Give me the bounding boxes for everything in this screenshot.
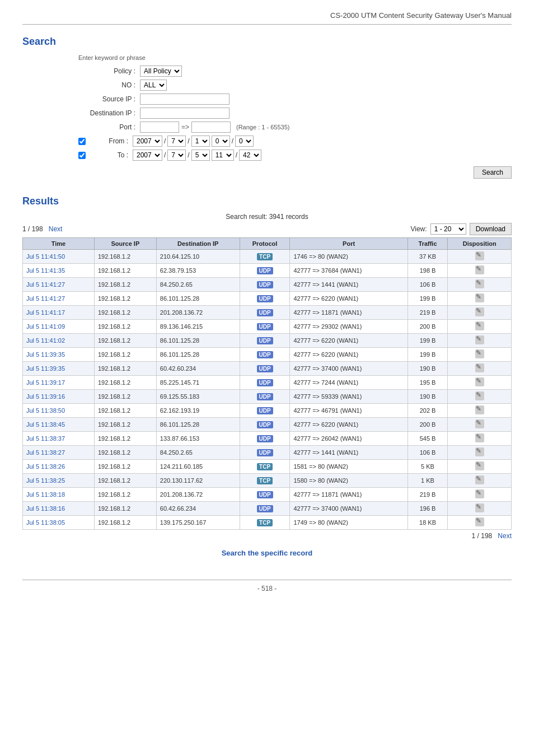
disposition-icon[interactable]: [475, 363, 484, 372]
port-from-input[interactable]: [140, 122, 179, 133]
search-specific-link[interactable]: Search the specific record: [22, 549, 512, 557]
cell-disposition[interactable]: [448, 362, 512, 376]
cell-src-ip: 192.168.1.2: [94, 306, 156, 320]
disposition-icon[interactable]: [475, 447, 484, 456]
from-hour-select[interactable]: 0: [212, 136, 230, 147]
cell-disposition[interactable]: [448, 278, 512, 292]
disposition-icon[interactable]: [475, 503, 484, 512]
cell-disposition[interactable]: [448, 320, 512, 334]
cell-disposition[interactable]: [448, 502, 512, 516]
from-year-select[interactable]: 2007: [133, 136, 162, 147]
to-year-select[interactable]: 2007: [133, 150, 162, 161]
to-label: To :: [88, 151, 133, 159]
cell-port: 1580 => 80 (WAN2): [290, 474, 407, 488]
cell-traffic: 196 B: [407, 502, 448, 516]
disposition-icon[interactable]: [475, 517, 484, 526]
cell-proto: UDP: [240, 278, 290, 292]
from-checkbox[interactable]: [78, 138, 86, 145]
download-button[interactable]: Download: [470, 223, 512, 235]
disposition-icon[interactable]: [475, 391, 484, 400]
disposition-icon[interactable]: [475, 293, 484, 302]
cell-dst-ip: 86.101.125.28: [156, 348, 240, 362]
cell-disposition[interactable]: [448, 488, 512, 502]
cell-port: 42777 => 6220 (WAN1): [290, 334, 407, 348]
port-range-hint: (Range : 1 - 65535): [236, 124, 289, 130]
cell-disposition[interactable]: [448, 334, 512, 348]
disposition-icon[interactable]: [475, 461, 484, 470]
cell-disposition[interactable]: [448, 404, 512, 418]
view-select[interactable]: 1 - 20 1 - 50 1 - 100: [430, 223, 466, 235]
table-row: Jul 5 11:38:45 192.168.1.2 86.101.125.28…: [23, 418, 512, 432]
dest-ip-row: Destination IP :: [78, 108, 512, 119]
disposition-icon[interactable]: [475, 419, 484, 428]
cell-disposition[interactable]: [448, 292, 512, 306]
cell-traffic: 199 B: [407, 292, 448, 306]
cell-proto: TCP: [240, 474, 290, 488]
disposition-icon[interactable]: [475, 251, 484, 260]
cell-dst-ip: 69.125.55.183: [156, 390, 240, 404]
from-month-select[interactable]: 7: [167, 136, 186, 147]
no-select[interactable]: ALL: [140, 80, 167, 91]
cell-disposition[interactable]: [448, 306, 512, 320]
disposition-icon[interactable]: [475, 475, 484, 484]
from-day-select[interactable]: 1: [191, 136, 210, 147]
bottom-next-link[interactable]: Next: [498, 532, 512, 540]
cell-traffic: 190 B: [407, 362, 448, 376]
results-section: Results Search result: 3941 records 1 / …: [22, 195, 512, 557]
source-ip-input[interactable]: [140, 94, 229, 105]
to-hour-select[interactable]: 11: [212, 150, 234, 161]
cell-disposition[interactable]: [448, 348, 512, 362]
disposition-icon[interactable]: [475, 265, 484, 274]
cell-port: 42777 => 26042 (WAN1): [290, 432, 407, 446]
disposition-icon[interactable]: [475, 433, 484, 442]
cell-src-ip: 192.168.1.2: [94, 334, 156, 348]
table-row: Jul 5 11:38:16 192.168.1.2 60.42.66.234 …: [23, 502, 512, 516]
cell-proto: UDP: [240, 292, 290, 306]
policy-select[interactable]: All Policy: [140, 66, 182, 77]
to-checkbox[interactable]: [78, 152, 86, 159]
disposition-icon[interactable]: [475, 307, 484, 316]
disposition-icon[interactable]: [475, 335, 484, 344]
dest-ip-input[interactable]: [140, 108, 229, 119]
next-link[interactable]: Next: [49, 225, 63, 233]
disposition-icon[interactable]: [475, 279, 484, 288]
disposition-icon[interactable]: [475, 489, 484, 498]
cell-time: Jul 5 11:38:27: [23, 446, 95, 460]
cell-disposition[interactable]: [448, 418, 512, 432]
cell-disposition[interactable]: [448, 474, 512, 488]
cell-disposition[interactable]: [448, 516, 512, 530]
cell-port: 42777 => 37400 (WAN1): [290, 362, 407, 376]
table-row: Jul 5 11:41:35 192.168.1.2 62.38.79.153 …: [23, 264, 512, 278]
to-day-select[interactable]: 5: [191, 150, 210, 161]
port-to-input[interactable]: [191, 122, 231, 133]
results-title: Results: [22, 195, 512, 207]
search-button[interactable]: Search: [474, 166, 512, 179]
cell-port: 42777 => 29302 (WAN1): [290, 320, 407, 334]
from-min-select[interactable]: 0: [235, 136, 254, 147]
cell-disposition[interactable]: [448, 264, 512, 278]
cell-disposition[interactable]: [448, 460, 512, 474]
cell-disposition[interactable]: [448, 432, 512, 446]
cell-traffic: 200 B: [407, 320, 448, 334]
table-row: Jul 5 11:41:09 192.168.1.2 89.136.146.21…: [23, 320, 512, 334]
table-row: Jul 5 11:41:50 192.168.1.2 210.64.125.10…: [23, 250, 512, 264]
protocol-badge: UDP: [257, 337, 273, 344]
cell-dst-ip: 220.130.117.62: [156, 474, 240, 488]
form-hint: Enter keyword or phrase: [78, 54, 512, 61]
cell-disposition[interactable]: [448, 250, 512, 264]
protocol-badge: UDP: [257, 309, 273, 316]
cell-disposition[interactable]: [448, 446, 512, 460]
disposition-icon[interactable]: [475, 349, 484, 358]
disposition-icon[interactable]: [475, 377, 484, 386]
cell-time: Jul 5 11:41:27: [23, 292, 95, 306]
to-month-select[interactable]: 7: [167, 150, 186, 161]
disposition-icon[interactable]: [475, 321, 484, 330]
cell-disposition[interactable]: [448, 376, 512, 390]
to-min-select[interactable]: 42: [239, 150, 261, 161]
source-ip-row: Source IP :: [78, 94, 512, 105]
pagination-row: 1 / 198 Next View: 1 - 20 1 - 50 1 - 100…: [22, 223, 512, 235]
disposition-icon[interactable]: [475, 405, 484, 414]
cell-proto: UDP: [240, 376, 290, 390]
cell-traffic: 106 B: [407, 446, 448, 460]
cell-disposition[interactable]: [448, 390, 512, 404]
